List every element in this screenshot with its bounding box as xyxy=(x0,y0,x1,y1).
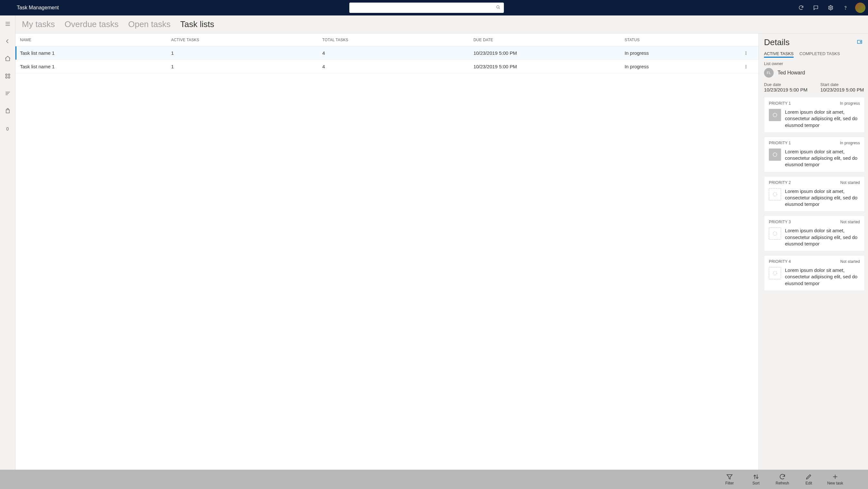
comments-button[interactable] xyxy=(809,1,822,14)
card-thumb xyxy=(769,188,781,200)
filter-icon xyxy=(726,473,733,480)
command-bar: Filter Sort Refresh Edit New task xyxy=(0,470,868,489)
cmd-filter[interactable]: Filter xyxy=(718,470,741,489)
search-box[interactable] xyxy=(349,3,504,13)
bag-icon xyxy=(4,108,11,115)
cell-due: 10/23/2019 5:00 PM xyxy=(473,50,624,56)
cell-total: 4 xyxy=(322,64,473,69)
svg-point-18 xyxy=(746,53,746,53)
task-card[interactable]: PRIORITY 1 In progress Lorem ipsum dolor… xyxy=(764,97,865,133)
more-vertical-icon xyxy=(743,64,749,69)
cell-active: 1 xyxy=(171,64,322,69)
refresh-button[interactable] xyxy=(795,1,807,14)
svg-point-22 xyxy=(746,68,746,68)
card-description: Lorem ipsum dolor sit amet, consectetur … xyxy=(785,227,860,247)
card-status: Not started xyxy=(840,180,860,185)
cell-due: 10/23/2019 5:00 PM xyxy=(473,64,624,69)
owner-avatar[interactable]: FL xyxy=(764,68,774,78)
popout-button[interactable] xyxy=(857,39,863,47)
card-description: Lorem ipsum dolor sit amet, consectetur … xyxy=(785,109,860,128)
cell-active: 1 xyxy=(171,50,322,56)
list-icon xyxy=(4,90,11,98)
rail-back[interactable] xyxy=(1,35,14,48)
tab-overdue-tasks[interactable]: Overdue tasks xyxy=(65,19,119,29)
card-priority: PRIORITY 2 xyxy=(769,180,791,185)
card-priority: PRIORITY 3 xyxy=(769,220,791,224)
user-avatar[interactable] xyxy=(855,3,865,13)
rail-home[interactable] xyxy=(1,53,14,66)
svg-point-20 xyxy=(746,65,746,65)
left-rail: 0 xyxy=(0,16,16,470)
rail-list[interactable] xyxy=(1,88,14,100)
svg-point-25 xyxy=(773,153,777,156)
start-date-value: 10/23/2019 5:00 PM xyxy=(820,87,864,92)
col-active-tasks[interactable]: ACTIVE TASKS xyxy=(171,38,322,42)
card-thumb xyxy=(769,109,781,121)
cell-status: In progress xyxy=(625,50,738,56)
edit-icon xyxy=(805,473,812,480)
help-button[interactable] xyxy=(839,1,852,14)
col-name[interactable]: NAME xyxy=(20,38,171,42)
refresh-icon xyxy=(798,5,804,11)
rail-bag[interactable] xyxy=(1,105,14,118)
col-status[interactable]: STATUS xyxy=(625,38,738,42)
task-card[interactable]: PRIORITY 3 Not started Lorem ipsum dolor… xyxy=(764,215,865,251)
cmd-filter-label: Filter xyxy=(725,481,734,485)
owner-label: List owner xyxy=(764,61,865,66)
svg-point-27 xyxy=(773,232,777,235)
task-list-table: NAME ACTIVE TASKS TOTAL TASKS DUE DATE S… xyxy=(16,33,758,470)
rail-counter-value: 0 xyxy=(6,126,9,132)
tab-open-tasks[interactable]: Open tasks xyxy=(128,19,170,29)
modules-icon xyxy=(4,73,11,81)
card-thumb xyxy=(769,227,781,240)
rail-counter[interactable]: 0 xyxy=(1,122,14,135)
rail-menu[interactable] xyxy=(1,18,14,31)
comment-icon xyxy=(813,5,819,11)
due-date-label: Due date xyxy=(764,82,807,87)
details-title: Details xyxy=(764,37,789,47)
svg-point-17 xyxy=(746,52,746,52)
col-total-tasks[interactable]: TOTAL TASKS xyxy=(322,38,473,42)
task-card[interactable]: PRIORITY 2 Not started Lorem ipsum dolor… xyxy=(764,176,865,212)
search-input[interactable] xyxy=(349,3,504,13)
card-status: Not started xyxy=(840,259,860,264)
popout-icon xyxy=(857,39,863,45)
task-card[interactable]: PRIORITY 1 In progress Lorem ipsum dolor… xyxy=(764,137,865,172)
cmd-new-task[interactable]: New task xyxy=(824,470,847,489)
card-description: Lorem ipsum dolor sit amet, consectetur … xyxy=(785,267,860,287)
row-more-button[interactable] xyxy=(738,51,754,56)
cell-total: 4 xyxy=(322,50,473,56)
svg-point-12 xyxy=(5,77,7,78)
more-vertical-icon xyxy=(743,51,749,56)
svg-marker-29 xyxy=(727,475,733,479)
card-description: Lorem ipsum dolor sit amet, consectetur … xyxy=(785,188,860,208)
menu-toggle[interactable] xyxy=(3,0,16,16)
cmd-sort[interactable]: Sort xyxy=(744,470,768,489)
cmd-more[interactable] xyxy=(850,470,865,489)
card-thumb xyxy=(769,267,781,279)
rail-modules[interactable] xyxy=(1,70,14,83)
col-due-date[interactable]: DUE DATE xyxy=(473,38,624,42)
cmd-edit[interactable]: Edit xyxy=(797,470,820,489)
table-row[interactable]: Task list name 1 1 4 10/23/2019 5:00 PM … xyxy=(16,47,758,60)
details-tab-completed[interactable]: COMPLETED TASKS xyxy=(799,51,840,57)
due-date-value: 10/23/2019 5:00 PM xyxy=(764,87,807,92)
details-tab-active[interactable]: ACTIVE TASKS xyxy=(764,51,794,57)
settings-button[interactable] xyxy=(824,1,837,14)
card-priority: PRIORITY 1 xyxy=(769,101,791,106)
cmd-new-label: New task xyxy=(827,481,843,485)
card-status: In progress xyxy=(840,101,860,106)
svg-point-21 xyxy=(746,66,746,67)
row-more-button[interactable] xyxy=(738,64,754,69)
tab-my-tasks[interactable]: My tasks xyxy=(22,19,55,29)
nav-tabs: My tasks Overdue tasks Open tasks Task l… xyxy=(16,16,868,33)
cmd-refresh[interactable]: Refresh xyxy=(771,470,794,489)
gear-icon xyxy=(828,5,834,11)
task-card[interactable]: PRIORITY 4 Not started Lorem ipsum dolor… xyxy=(764,255,865,291)
svg-point-24 xyxy=(773,113,777,117)
help-icon xyxy=(843,5,848,11)
tab-task-lists[interactable]: Task lists xyxy=(180,19,214,29)
svg-point-19 xyxy=(746,54,746,54)
card-status: In progress xyxy=(840,141,860,145)
table-row[interactable]: Task list name 1 1 4 10/23/2019 5:00 PM … xyxy=(16,60,758,74)
